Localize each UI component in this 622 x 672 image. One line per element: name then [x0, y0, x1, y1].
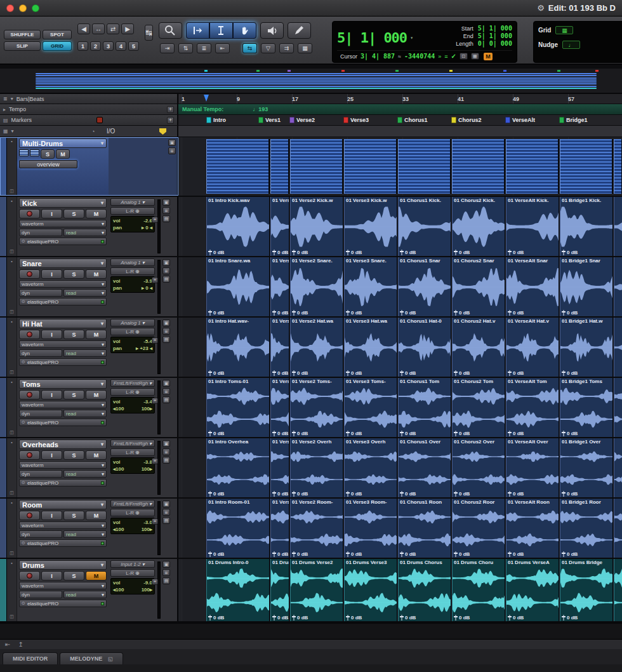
pan-mode-selector[interactable]: L-R⊕: [110, 328, 155, 335]
track-view-selector[interactable]: waveform▾: [19, 220, 107, 227]
clip-gain-display[interactable]: 0 dB: [292, 310, 308, 316]
automation-mode-selector[interactable]: read▾: [63, 229, 107, 236]
group-overview-clip[interactable]: [290, 139, 343, 194]
counter-caret-icon[interactable]: ▾: [410, 35, 413, 41]
clip-gain-display[interactable]: 0 dB: [346, 310, 362, 316]
audio-clip[interactable]: 01 Drums Choru0 dB: [452, 559, 505, 621]
mirrored-editing-button[interactable]: ⇅: [178, 43, 193, 53]
zoom-preset-2[interactable]: 2: [90, 41, 101, 51]
clip-gain-display[interactable]: 0 dB: [400, 431, 416, 436]
marker-label-vers1[interactable]: Vers1: [265, 117, 281, 123]
clip-gain-display[interactable]: 0 dB: [454, 615, 470, 621]
clip-gain-display[interactable]: 0 dB: [272, 310, 288, 316]
audio-clip[interactable]: 01 Chorus1 Kick.0 dB: [398, 197, 451, 256]
solo-button[interactable]: S: [41, 149, 55, 159]
clip-gain-display[interactable]: 0 dB: [562, 551, 578, 557]
clip-gain-display[interactable]: 0 dB: [454, 491, 470, 497]
zoomer-tool-button[interactable]: [159, 22, 182, 39]
audio-clip[interactable]: 01 Chorus1 Hat-00 dB: [398, 318, 451, 377]
audio-clip[interactable]: 01 Intro Toms-010 dB: [206, 378, 270, 437]
audio-clip[interactable]: 01 Intro Overhea0 dB: [206, 438, 270, 497]
markers-ruler-lane[interactable]: IntroVers1Verse2Verse3Chorus1Chorus2Vers…: [178, 115, 622, 125]
marker-flag-chorus1[interactable]: [397, 117, 402, 123]
audio-clip[interactable]: 01 Bridge1 Roor0 dB: [560, 499, 613, 558]
track-option-button-3[interactable]: ▤: [162, 577, 170, 584]
mute-button[interactable]: M: [86, 571, 107, 581]
audio-clip[interactable]: 01 Verse3 Room-0 dB: [344, 499, 397, 558]
track-lane-room[interactable]: 01 Intro Room-010 dB01 Vers0 dB01 Verse2…: [178, 499, 622, 558]
track-view-selector[interactable]: waveform▾: [19, 461, 107, 469]
track-mini-top-icon[interactable]: ▪: [11, 501, 12, 505]
audio-clip[interactable]: 01 VerseAlt Snar0 dB: [506, 257, 559, 316]
track-mini-bottom-icon[interactable]: ◫: [10, 309, 14, 314]
group-overview-clip[interactable]: [560, 139, 613, 194]
track-option-button-1[interactable]: ▣: [162, 319, 170, 326]
audio-clip[interactable]: 01 Drums VerseA0 dB: [506, 559, 559, 621]
clip-gain-display[interactable]: 0 dB: [346, 431, 362, 436]
audio-clip[interactable]: 01 Vers0 dB: [270, 257, 289, 316]
input-monitor-button[interactable]: I: [41, 269, 62, 279]
selector-tool-button[interactable]: [209, 22, 233, 39]
track-view-selector[interactable]: waveform▾: [19, 401, 107, 408]
audio-clip[interactable]: 01 Chorus2 Snar0 dB: [452, 257, 505, 316]
track-lane-multi-drums[interactable]: [178, 137, 622, 196]
marker-flag-versealt[interactable]: [505, 117, 510, 123]
playhead-marker[interactable]: [204, 95, 209, 102]
clip-gain-display[interactable]: 0 dB: [508, 551, 524, 557]
automation-mode-selector[interactable]: read▾: [63, 349, 107, 357]
track-name-multi-drums[interactable]: Multi-Drums▾: [19, 138, 107, 148]
automation-mode-selector[interactable]: read▾: [63, 470, 107, 478]
nudge-value-icon[interactable]: ♩: [562, 41, 580, 49]
automation-mode-selector[interactable]: read▾: [63, 530, 107, 538]
clip-gain-display[interactable]: 0 dB: [454, 431, 470, 436]
input-monitor-button[interactable]: I: [41, 450, 62, 460]
audio-clip[interactable]: [614, 499, 622, 558]
clip-gain-display[interactable]: 0 dB: [508, 250, 524, 255]
solo-button[interactable]: S: [63, 511, 84, 520]
audio-clip[interactable]: 01 Chorus2 Over0 dB: [452, 438, 505, 497]
clip-gain-display[interactable]: 0 dB: [346, 250, 362, 255]
track-option-button-1[interactable]: ▣: [162, 259, 170, 266]
audio-clip[interactable]: 01 Vers0 dB: [270, 378, 289, 437]
group-clips-icon[interactable]: [30, 149, 39, 156]
tempo-value[interactable]: ♩193: [253, 106, 268, 112]
clip-gain-display[interactable]: 0 dB: [508, 370, 524, 376]
clip-gain-display[interactable]: 0 dB: [208, 551, 224, 557]
group-overview-clip[interactable]: [344, 139, 397, 194]
track-lane-snare[interactable]: 01 Intro Snare.wa0 dB01 Vers0 dB01 Verse…: [178, 257, 622, 316]
automation-mode-selector[interactable]: read▾: [63, 410, 107, 417]
track-option-button-2[interactable]: ≣: [162, 267, 170, 274]
marker-label-versealt[interactable]: VerseAlt: [512, 117, 535, 123]
input-monitor-button[interactable]: I: [41, 511, 62, 520]
pan-mode-selector[interactable]: L-R⊕: [110, 509, 155, 516]
clip-gain-display[interactable]: 0 dB: [292, 431, 308, 436]
add-marker-button[interactable]: +: [167, 117, 174, 124]
input-monitor-button[interactable]: I: [41, 571, 62, 581]
audio-clip[interactable]: [614, 378, 622, 437]
track-lane-overheads[interactable]: 01 Intro Overhea0 dB01 Vers0 dB01 Verse2…: [178, 438, 622, 497]
main-counter[interactable]: 5| 1| 000 ▾: [337, 27, 436, 49]
group-overview-clip[interactable]: [270, 139, 289, 194]
audio-clip[interactable]: 01 Bridge1 Snar0 dB: [560, 257, 613, 316]
audio-clip[interactable]: [614, 257, 622, 316]
grid-display-button[interactable]: ▦: [298, 43, 312, 53]
clip-gain-display[interactable]: 0 dB: [454, 370, 470, 376]
audio-clip[interactable]: 01 Drums Bridge0 dB: [560, 559, 613, 621]
tab-expand-icon[interactable]: ◱: [108, 656, 113, 662]
audio-clip[interactable]: 01 Chorus1 Roon0 dB: [398, 499, 451, 558]
horizontal-zoom-icon[interactable]: ⇤: [5, 641, 10, 648]
mute-button[interactable]: M: [86, 390, 107, 400]
expand-io-button[interactable]: +: [152, 458, 158, 464]
marker-label-chorus2[interactable]: Chorus2: [458, 117, 482, 123]
automation-follows-edit-button[interactable]: ≣: [197, 43, 211, 53]
marker-flag-verse2[interactable]: [289, 117, 294, 123]
zoom-window-button[interactable]: [32, 4, 39, 12]
audio-clip[interactable]: 01 Chorus2 Kick.0 dB: [452, 197, 505, 256]
automation-dyn-selector[interactable]: dyn: [19, 229, 62, 236]
audio-clip[interactable]: [614, 438, 622, 497]
clip-gain-display[interactable]: 0 dB: [400, 491, 416, 497]
track-input-selector[interactable]: FrntLft/FrntRgh▾: [110, 500, 155, 507]
track-mini-top-icon[interactable]: ▪: [11, 440, 12, 445]
edit-mode-shuffle[interactable]: SHUFFLE: [4, 30, 41, 39]
track-option-button-1[interactable]: ▣: [168, 139, 176, 146]
